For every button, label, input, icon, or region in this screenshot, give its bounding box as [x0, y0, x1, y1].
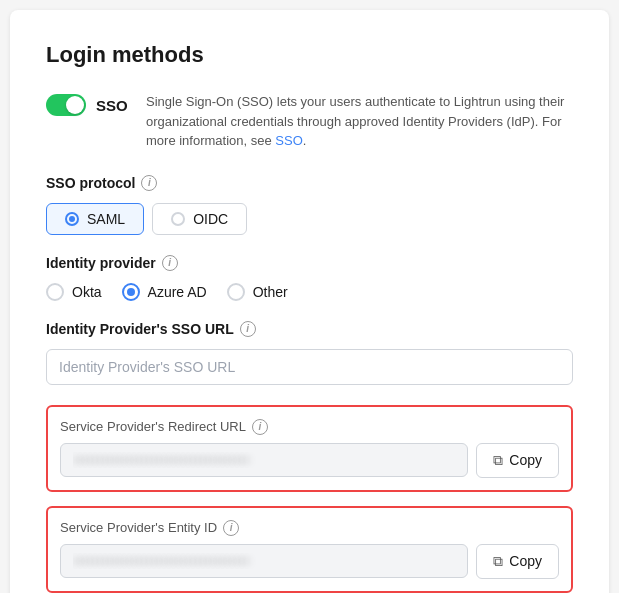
identity-provider-info-icon: i	[162, 255, 178, 271]
oidc-label: OIDC	[193, 211, 228, 227]
sso-url-info-icon: i	[240, 321, 256, 337]
sso-toggle[interactable]	[46, 94, 86, 116]
other-radio	[227, 283, 245, 301]
entity-id-info-icon: i	[223, 520, 239, 536]
copy-icon-redirect: ⧉	[493, 452, 503, 469]
saml-radio	[65, 212, 79, 226]
sso-toggle-group: SSO	[46, 94, 126, 116]
entity-id-input-row: ⧉ Copy	[60, 544, 559, 579]
azuread-radio	[122, 283, 140, 301]
azuread-label: Azure AD	[148, 284, 207, 300]
page-title: Login methods	[46, 42, 573, 68]
other-label: Other	[253, 284, 288, 300]
entity-id-input	[60, 544, 468, 578]
protocol-section: SSO protocol i SAML OIDC	[46, 175, 573, 235]
oidc-radio	[171, 212, 185, 226]
protocol-label: SSO protocol i	[46, 175, 573, 191]
identity-provider-options: Okta Azure AD Other	[46, 283, 573, 301]
login-methods-card: Login methods SSO Single Sign-On (SSO) l…	[10, 10, 609, 593]
identity-provider-label: Identity provider i	[46, 255, 573, 271]
entity-id-box: Service Provider's Entity ID i ⧉ Copy	[46, 506, 573, 593]
saml-label: SAML	[87, 211, 125, 227]
sso-description: Single Sign-On (SSO) lets your users aut…	[146, 92, 573, 151]
entity-id-copy-button[interactable]: ⧉ Copy	[476, 544, 559, 579]
redirect-url-input	[60, 443, 468, 477]
sso-url-section: Identity Provider's SSO URL i	[46, 321, 573, 385]
sso-section: SSO Single Sign-On (SSO) lets your users…	[46, 92, 573, 151]
azuread-option[interactable]: Azure AD	[122, 283, 207, 301]
sso-url-input[interactable]	[46, 349, 573, 385]
sso-url-label: Identity Provider's SSO URL i	[46, 321, 573, 337]
okta-label: Okta	[72, 284, 102, 300]
copy-label-entity: Copy	[509, 553, 542, 569]
okta-option[interactable]: Okta	[46, 283, 102, 301]
sso-toggle-label: SSO	[96, 97, 128, 114]
sso-link[interactable]: SSO	[275, 133, 302, 148]
identity-provider-section: Identity provider i Okta Azure AD Other	[46, 255, 573, 301]
redirect-url-info-icon: i	[252, 419, 268, 435]
azuread-radio-dot	[127, 288, 135, 296]
redirect-url-label: Service Provider's Redirect URL i	[60, 419, 559, 435]
toggle-knob	[66, 96, 84, 114]
redirect-url-copy-button[interactable]: ⧉ Copy	[476, 443, 559, 478]
saml-radio-dot	[69, 216, 75, 222]
copy-label-redirect: Copy	[509, 452, 542, 468]
protocol-saml-button[interactable]: SAML	[46, 203, 144, 235]
okta-radio	[46, 283, 64, 301]
redirect-url-input-row: ⧉ Copy	[60, 443, 559, 478]
other-option[interactable]: Other	[227, 283, 288, 301]
protocol-info-icon: i	[141, 175, 157, 191]
copy-icon-entity: ⧉	[493, 553, 503, 570]
redirect-url-box: Service Provider's Redirect URL i ⧉ Copy	[46, 405, 573, 492]
protocol-options: SAML OIDC	[46, 203, 573, 235]
protocol-oidc-button[interactable]: OIDC	[152, 203, 247, 235]
entity-id-label: Service Provider's Entity ID i	[60, 520, 559, 536]
